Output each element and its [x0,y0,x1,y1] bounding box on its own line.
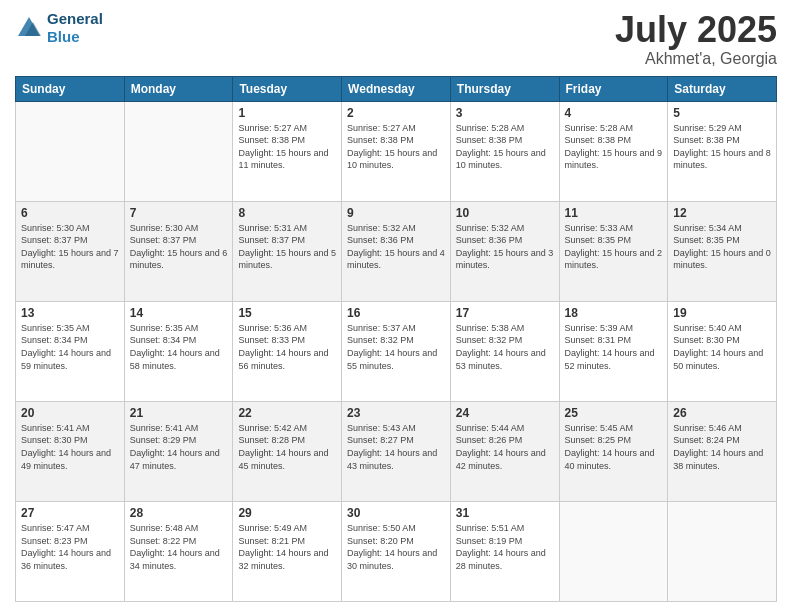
calendar-cell: 11Sunrise: 5:33 AMSunset: 8:35 PMDayligh… [559,201,668,301]
day-number: 3 [456,106,554,120]
logo-icon [15,14,43,42]
calendar-cell: 8Sunrise: 5:31 AMSunset: 8:37 PMDaylight… [233,201,342,301]
day-info: Sunrise: 5:32 AMSunset: 8:36 PMDaylight:… [456,222,554,272]
title-block: July 2025 Akhmet'a, Georgia [615,10,777,68]
day-info: Sunrise: 5:30 AMSunset: 8:37 PMDaylight:… [21,222,119,272]
day-number: 13 [21,306,119,320]
day-info: Sunrise: 5:44 AMSunset: 8:26 PMDaylight:… [456,422,554,472]
calendar-week-row: 6Sunrise: 5:30 AMSunset: 8:37 PMDaylight… [16,201,777,301]
day-info: Sunrise: 5:29 AMSunset: 8:38 PMDaylight:… [673,122,771,172]
day-number: 16 [347,306,445,320]
calendar-cell: 23Sunrise: 5:43 AMSunset: 8:27 PMDayligh… [342,401,451,501]
calendar-cell: 15Sunrise: 5:36 AMSunset: 8:33 PMDayligh… [233,301,342,401]
day-info: Sunrise: 5:27 AMSunset: 8:38 PMDaylight:… [238,122,336,172]
calendar-cell: 30Sunrise: 5:50 AMSunset: 8:20 PMDayligh… [342,501,451,601]
day-number: 23 [347,406,445,420]
calendar-cell: 26Sunrise: 5:46 AMSunset: 8:24 PMDayligh… [668,401,777,501]
calendar-cell: 10Sunrise: 5:32 AMSunset: 8:36 PMDayligh… [450,201,559,301]
day-info: Sunrise: 5:38 AMSunset: 8:32 PMDaylight:… [456,322,554,372]
day-info: Sunrise: 5:43 AMSunset: 8:27 PMDaylight:… [347,422,445,472]
day-info: Sunrise: 5:27 AMSunset: 8:38 PMDaylight:… [347,122,445,172]
day-info: Sunrise: 5:40 AMSunset: 8:30 PMDaylight:… [673,322,771,372]
calendar-cell: 7Sunrise: 5:30 AMSunset: 8:37 PMDaylight… [124,201,233,301]
calendar-cell: 31Sunrise: 5:51 AMSunset: 8:19 PMDayligh… [450,501,559,601]
calendar-cell: 20Sunrise: 5:41 AMSunset: 8:30 PMDayligh… [16,401,125,501]
logo: General Blue [15,10,103,46]
title-month: July 2025 [615,10,777,50]
day-info: Sunrise: 5:35 AMSunset: 8:34 PMDaylight:… [21,322,119,372]
weekday-header-monday: Monday [124,76,233,101]
header: General Blue July 2025 Akhmet'a, Georgia [15,10,777,68]
calendar-cell: 21Sunrise: 5:41 AMSunset: 8:29 PMDayligh… [124,401,233,501]
weekday-header-sunday: Sunday [16,76,125,101]
day-number: 31 [456,506,554,520]
day-number: 22 [238,406,336,420]
weekday-header-tuesday: Tuesday [233,76,342,101]
day-number: 15 [238,306,336,320]
day-info: Sunrise: 5:33 AMSunset: 8:35 PMDaylight:… [565,222,663,272]
calendar-week-row: 27Sunrise: 5:47 AMSunset: 8:23 PMDayligh… [16,501,777,601]
weekday-header-friday: Friday [559,76,668,101]
calendar-cell: 17Sunrise: 5:38 AMSunset: 8:32 PMDayligh… [450,301,559,401]
day-number: 24 [456,406,554,420]
day-info: Sunrise: 5:28 AMSunset: 8:38 PMDaylight:… [456,122,554,172]
calendar-week-row: 20Sunrise: 5:41 AMSunset: 8:30 PMDayligh… [16,401,777,501]
calendar-cell: 12Sunrise: 5:34 AMSunset: 8:35 PMDayligh… [668,201,777,301]
calendar-cell [16,101,125,201]
day-number: 11 [565,206,663,220]
calendar-cell: 25Sunrise: 5:45 AMSunset: 8:25 PMDayligh… [559,401,668,501]
calendar-cell: 24Sunrise: 5:44 AMSunset: 8:26 PMDayligh… [450,401,559,501]
day-number: 5 [673,106,771,120]
calendar-week-row: 1Sunrise: 5:27 AMSunset: 8:38 PMDaylight… [16,101,777,201]
calendar-cell: 9Sunrise: 5:32 AMSunset: 8:36 PMDaylight… [342,201,451,301]
day-info: Sunrise: 5:48 AMSunset: 8:22 PMDaylight:… [130,522,228,572]
calendar-cell [668,501,777,601]
calendar-cell [559,501,668,601]
calendar-cell [124,101,233,201]
day-info: Sunrise: 5:41 AMSunset: 8:30 PMDaylight:… [21,422,119,472]
day-number: 17 [456,306,554,320]
day-info: Sunrise: 5:42 AMSunset: 8:28 PMDaylight:… [238,422,336,472]
day-info: Sunrise: 5:31 AMSunset: 8:37 PMDaylight:… [238,222,336,272]
day-number: 21 [130,406,228,420]
calendar-cell: 14Sunrise: 5:35 AMSunset: 8:34 PMDayligh… [124,301,233,401]
day-number: 18 [565,306,663,320]
calendar-cell: 27Sunrise: 5:47 AMSunset: 8:23 PMDayligh… [16,501,125,601]
calendar-cell: 3Sunrise: 5:28 AMSunset: 8:38 PMDaylight… [450,101,559,201]
calendar-cell: 4Sunrise: 5:28 AMSunset: 8:38 PMDaylight… [559,101,668,201]
logo-text: General Blue [47,10,103,46]
calendar-cell: 2Sunrise: 5:27 AMSunset: 8:38 PMDaylight… [342,101,451,201]
calendar-table: SundayMondayTuesdayWednesdayThursdayFrid… [15,76,777,602]
calendar-cell: 22Sunrise: 5:42 AMSunset: 8:28 PMDayligh… [233,401,342,501]
day-info: Sunrise: 5:45 AMSunset: 8:25 PMDaylight:… [565,422,663,472]
day-info: Sunrise: 5:50 AMSunset: 8:20 PMDaylight:… [347,522,445,572]
calendar-cell: 1Sunrise: 5:27 AMSunset: 8:38 PMDaylight… [233,101,342,201]
day-number: 12 [673,206,771,220]
calendar-cell: 16Sunrise: 5:37 AMSunset: 8:32 PMDayligh… [342,301,451,401]
day-info: Sunrise: 5:41 AMSunset: 8:29 PMDaylight:… [130,422,228,472]
day-number: 27 [21,506,119,520]
calendar-cell: 19Sunrise: 5:40 AMSunset: 8:30 PMDayligh… [668,301,777,401]
day-number: 7 [130,206,228,220]
day-number: 9 [347,206,445,220]
weekday-header-wednesday: Wednesday [342,76,451,101]
day-info: Sunrise: 5:46 AMSunset: 8:24 PMDaylight:… [673,422,771,472]
day-number: 20 [21,406,119,420]
title-location: Akhmet'a, Georgia [615,50,777,68]
day-number: 30 [347,506,445,520]
weekday-header-thursday: Thursday [450,76,559,101]
day-number: 4 [565,106,663,120]
day-number: 14 [130,306,228,320]
day-info: Sunrise: 5:37 AMSunset: 8:32 PMDaylight:… [347,322,445,372]
calendar-week-row: 13Sunrise: 5:35 AMSunset: 8:34 PMDayligh… [16,301,777,401]
calendar-cell: 13Sunrise: 5:35 AMSunset: 8:34 PMDayligh… [16,301,125,401]
day-number: 6 [21,206,119,220]
day-number: 25 [565,406,663,420]
day-number: 8 [238,206,336,220]
calendar-cell: 18Sunrise: 5:39 AMSunset: 8:31 PMDayligh… [559,301,668,401]
day-number: 26 [673,406,771,420]
page: General Blue July 2025 Akhmet'a, Georgia… [0,0,792,612]
calendar-cell: 6Sunrise: 5:30 AMSunset: 8:37 PMDaylight… [16,201,125,301]
day-number: 19 [673,306,771,320]
calendar-cell: 28Sunrise: 5:48 AMSunset: 8:22 PMDayligh… [124,501,233,601]
